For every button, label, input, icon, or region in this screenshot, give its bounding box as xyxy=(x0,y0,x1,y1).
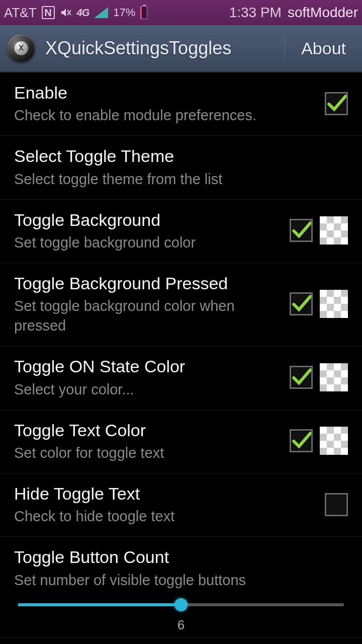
checkbox-toggle-on-state[interactable] xyxy=(290,366,313,389)
app-icon-letter: X xyxy=(14,41,28,55)
battery-icon xyxy=(140,6,147,19)
app-title: XQuickSettingsToggles xyxy=(45,38,285,59)
row-subtitle: Select your color... xyxy=(14,380,281,399)
row-text: Toggle Text Color Set color for toggle t… xyxy=(14,419,281,463)
row-subtitle: Set number of visible toggle buttons xyxy=(14,571,348,590)
checkbox-toggle-background-pressed[interactable] xyxy=(290,292,313,315)
clock: 1:33 PM xyxy=(229,5,282,21)
row-enable[interactable]: Enable Check to enable module preference… xyxy=(0,72,362,136)
row-title: Enable xyxy=(14,82,316,104)
row-title: Select Toggle Theme xyxy=(14,145,348,167)
color-swatch-on-state[interactable] xyxy=(320,363,348,391)
row-subtitle: Check to enable module preferences. xyxy=(14,106,316,125)
row-title: Toggle Background xyxy=(14,209,281,231)
row-text: Toggle Button Count Set number of visibl… xyxy=(14,546,348,590)
row-title: Toggle Background Pressed xyxy=(14,272,281,294)
slider-thumb[interactable] xyxy=(174,598,188,611)
status-right: 1:33 PM softModder xyxy=(229,5,358,21)
slider-track[interactable] xyxy=(18,603,344,606)
battery-percent: 17% xyxy=(113,6,135,19)
brand-label: softModder xyxy=(288,5,358,21)
row-toggle-background[interactable]: Toggle Background Set toggle background … xyxy=(0,200,362,263)
action-bar: X XQuickSettingsToggles About xyxy=(0,25,362,72)
row-subtitle: Set toggle background color when pressed xyxy=(14,296,281,336)
row-toggle-on-state[interactable]: Toggle ON State Color Select your color.… xyxy=(0,346,362,410)
row-subtitle: Set color for toggle text xyxy=(14,443,281,463)
checkbox-hide-toggle-text[interactable] xyxy=(325,493,348,516)
slider-value: 6 xyxy=(14,617,348,633)
mute-icon xyxy=(60,7,72,19)
row-title: Toggle ON State Color xyxy=(14,355,281,377)
row-text: Hide Toggle Text Check to hide toogle te… xyxy=(14,482,316,526)
row-text: Toggle Background Set toggle background … xyxy=(14,209,281,253)
row-select-theme[interactable]: Select Toggle Theme Select toggle theme … xyxy=(0,136,362,199)
separator xyxy=(285,36,285,61)
status-left: AT&T N 4G 17% xyxy=(4,5,147,21)
color-swatch-background[interactable] xyxy=(320,216,348,245)
checkbox-enable[interactable] xyxy=(325,92,348,115)
signal-icon xyxy=(94,7,108,18)
network-4g-icon: 4G xyxy=(77,7,89,19)
row-subtitle: Set toggle background color xyxy=(14,233,281,253)
row-text: Toggle ON State Color Select your color.… xyxy=(14,355,281,399)
row-hide-toggle-text[interactable]: Hide Toggle Text Check to hide toogle te… xyxy=(0,473,362,537)
row-title: Toggle Text Color xyxy=(14,419,281,441)
row-toggle-button-count[interactable]: Toggle Button Count Set number of visibl… xyxy=(0,537,362,637)
row-toggle-text-color[interactable]: Toggle Text Color Set color for toggle t… xyxy=(0,410,362,473)
status-bar: AT&T N 4G 17% 1:33 PM softModder xyxy=(0,0,362,25)
about-button[interactable]: About xyxy=(290,39,355,58)
color-swatch-text-color[interactable] xyxy=(320,427,348,455)
row-text: Enable Check to enable module preference… xyxy=(14,82,316,125)
checkbox-toggle-background[interactable] xyxy=(290,219,313,242)
nfc-icon: N xyxy=(42,6,55,19)
checkbox-toggle-text-color[interactable] xyxy=(290,429,313,452)
row-text: Toggle Background Pressed Set toggle bac… xyxy=(14,272,281,336)
row-title: Hide Toggle Text xyxy=(14,482,316,505)
row-text: Select Toggle Theme Select toggle theme … xyxy=(14,145,348,189)
slider-fill xyxy=(18,603,181,606)
carrier-label: AT&T xyxy=(4,5,37,21)
row-title: Toggle Button Count xyxy=(14,546,348,568)
app-icon: X xyxy=(7,34,35,62)
row-subtitle: Check to hide toogle text xyxy=(14,507,316,526)
row-toggle-background-pressed[interactable]: Toggle Background Pressed Set toggle bac… xyxy=(0,263,362,346)
row-subtitle: Select toggle theme from the list xyxy=(14,170,348,189)
color-swatch-background-pressed[interactable] xyxy=(320,290,348,318)
preference-list: Enable Check to enable module preference… xyxy=(0,72,362,637)
slider-toggle-count[interactable] xyxy=(14,590,348,606)
